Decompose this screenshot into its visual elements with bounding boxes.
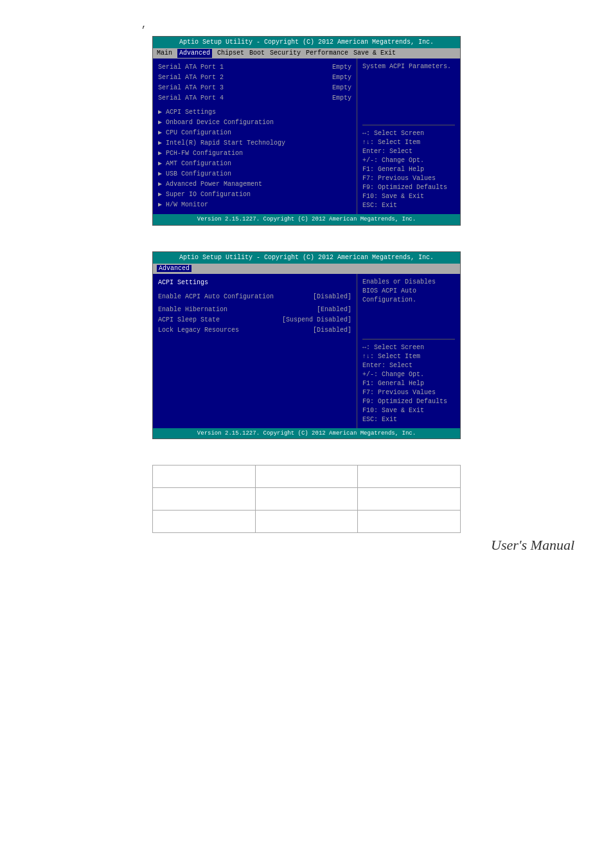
bios-right-2: Enables or Disables BIOS ACPI Auto Confi… [357,274,460,428]
table-cell-2-3 [358,488,461,511]
sleep-state-label: ACPI Sleep State [158,316,220,325]
table-cell-1-1 [153,466,256,488]
users-manual-label: User's Manual [0,533,613,554]
acpi-auto-config-value: [Disabled] [313,293,351,302]
nav-keys-1: ↔: Select Screen ↑↓: Select Item Enter: … [362,125,455,210]
table-cell-3-1 [153,511,256,533]
table-cell-3-3 [358,511,461,533]
menu-save-exit[interactable]: Save & Exit [353,49,396,58]
menu-main[interactable]: Main [157,49,172,58]
sub-item-cpu[interactable]: CPU Configuration [158,128,351,138]
nav-key-item: ↑↓: Select Item [362,138,455,147]
sub-item-super-io[interactable]: Super IO Configuration [158,190,351,200]
bios-right-inner-2: Enables or Disables BIOS ACPI Auto Confi… [362,278,455,424]
nav-key-f10: F10: Save & Exit [362,192,455,201]
sleep-state-row[interactable]: ACPI Sleep State [Suspend Disabled] [158,315,351,325]
lock-legacy-value: [Disabled] [313,326,351,335]
nav-keys-2: ↔: Select Screen ↑↓: Select Item Enter: … [362,339,455,424]
sub-item-intel-rapid[interactable]: Intel(R) Rapid Start Technology [158,138,351,149]
bios-footer-2: Version 2.15.1227. Copyright (C) 2012 Am… [153,428,460,439]
table-row-1 [153,466,461,488]
help-text-1: System ACPI Parameters. [362,62,455,71]
bios-right-inner-1: System ACPI Parameters. ↔: Select Screen… [362,62,455,210]
hibernation-row[interactable]: Enable Hibernation [Enabled] [158,305,351,315]
port-3-label: Serial ATA Port 3 [158,84,224,93]
nav-key-f7: F7: Previous Values [362,174,455,183]
bios-screen-2: Aptio Setup Utility - Copyright (C) 2012… [152,251,461,440]
help-text-2: Enables or Disables BIOS ACPI Auto Confi… [362,278,455,305]
nav-key-f1: F1: General Help [362,165,455,174]
bios-breadcrumb-2: Advanced [153,264,460,274]
hibernation-value: [Enabled] [317,305,351,314]
bios-title-bar-2: Aptio Setup Utility - Copyright (C) 2012… [153,252,460,264]
port-2-label: Serial ATA Port 2 [158,73,224,82]
sub-item-pch-fw[interactable]: PCH-FW Configuration [158,149,351,159]
table-cell-2-2 [255,488,358,511]
port-row-4: Serial ATA Port 4 Empty [158,93,351,104]
menu-chipset[interactable]: Chipset [217,49,244,58]
port-3-value: Empty [332,84,351,93]
menu-boot[interactable]: Boot [249,49,265,58]
bios-body-2: ACPI Settings Enable ACPI Auto Configura… [153,274,460,428]
sub-item-onboard[interactable]: Onboard Device Configuration [158,118,351,128]
table-row-2 [153,488,461,511]
sub-item-hw[interactable]: H/W Monitor [158,200,351,210]
nav2-key-esc: ESC: Exit [362,415,455,424]
sub-item-apm[interactable]: Advanced Power Management [158,179,351,190]
bottom-table [152,465,461,533]
table-cell-2-1 [153,488,256,511]
lock-legacy-row[interactable]: Lock Legacy Resources [Disabled] [158,325,351,336]
hibernation-label: Enable Hibernation [158,305,227,314]
port-row-1: Serial ATA Port 1 Empty [158,62,351,73]
acpi-auto-config-row[interactable]: Enable ACPI Auto Configuration [Disabled… [158,292,351,302]
nav-key-screen: ↔: Select Screen [362,129,455,138]
port-1-label: Serial ATA Port 1 [158,63,224,72]
port-1-value: Empty [332,63,351,72]
bios-right-1: System ACPI Parameters. ↔: Select Screen… [357,59,460,214]
bios-left-2: ACPI Settings Enable ACPI Auto Configura… [153,274,357,428]
port-row-3: Serial ATA Port 3 Empty [158,83,351,93]
acpi-auto-config-label: Enable ACPI Auto Configuration [158,293,274,302]
table-cell-1-2 [255,466,358,488]
bios-body-1: Serial ATA Port 1 Empty Serial ATA Port … [153,59,460,214]
nav2-key-change: +/-: Change Opt. [362,370,455,379]
lock-legacy-label: Lock Legacy Resources [158,326,239,335]
nav2-key-f9: F9: Optimized Defaults [362,397,455,406]
bios-left-1: Serial ATA Port 1 Empty Serial ATA Port … [153,59,357,214]
port-4-label: Serial ATA Port 4 [158,94,224,103]
bios-screen-1: Aptio Setup Utility - Copyright (C) 2012… [152,36,461,226]
nav2-key-screen: ↔: Select Screen [362,343,455,352]
port-4-value: Empty [332,94,351,103]
port-2-value: Empty [332,73,351,82]
sub-item-usb[interactable]: USB Configuration [158,169,351,179]
sleep-state-value: [Suspend Disabled] [282,316,351,325]
bios-footer-1: Version 2.15.1227. Copyright (C) 2012 Am… [153,214,460,225]
acpi-settings-title: ACPI Settings [158,278,351,288]
nav-key-change: +/-: Change Opt. [362,156,455,165]
menu-security[interactable]: Security [270,49,301,58]
menu-performance[interactable]: Performance [306,49,348,58]
nav2-key-item: ↑↓: Select Item [362,352,455,361]
nav2-key-f10: F10: Save & Exit [362,406,455,415]
nav-key-esc: ESC: Exit [362,201,455,210]
bios-title-bar-1: Aptio Setup Utility - Copyright (C) 2012… [153,37,460,48]
comma-mark: , [0,13,613,30]
nav2-key-f1: F1: General Help [362,379,455,388]
bios-menu-bar-1[interactable]: Main Advanced Chipset Boot Security Perf… [153,48,460,59]
sub-item-acpi[interactable]: ACPI Settings [158,107,351,118]
menu-advanced[interactable]: Advanced [177,49,212,58]
nav-key-enter: Enter: Select [362,147,455,156]
port-row-2: Serial ATA Port 2 Empty [158,73,351,83]
table-cell-1-3 [358,466,461,488]
table-row-3 [153,511,461,533]
nav2-key-f7: F7: Previous Values [362,388,455,397]
nav-key-f9: F9: Optimized Defaults [362,183,455,192]
breadcrumb-advanced: Advanced [157,265,191,272]
sub-item-amt[interactable]: AMT Configuration [158,159,351,169]
page-container: , Aptio Setup Utility - Copyright (C) 20… [0,0,613,868]
table-cell-3-2 [255,511,358,533]
nav2-key-enter: Enter: Select [362,361,455,370]
